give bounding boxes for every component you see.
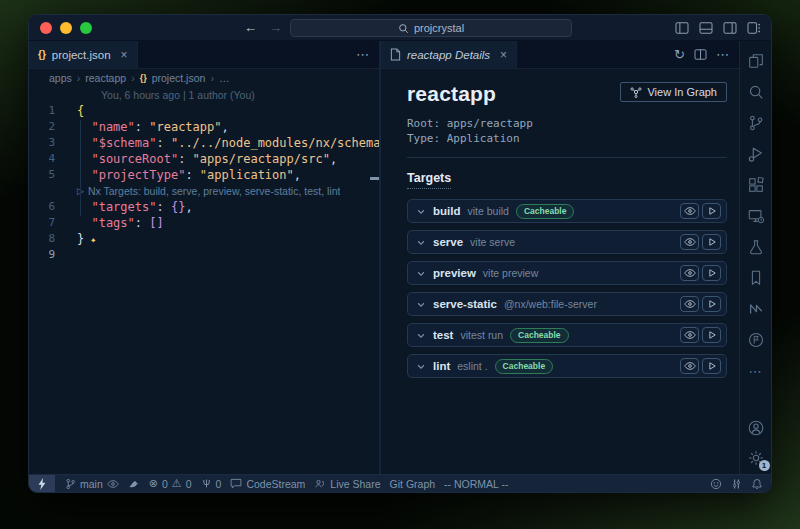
codelens-text[interactable]: Nx Targets: build, serve, preview, serve…: [88, 183, 341, 199]
command-center-search[interactable]: projcrystal: [290, 19, 572, 37]
breadcrumb-item[interactable]: apps: [49, 72, 72, 84]
chevron-down-icon[interactable]: [416, 269, 426, 278]
refresh-icon[interactable]: ↻: [674, 47, 685, 62]
eye-icon: [684, 299, 696, 309]
close-tab-icon[interactable]: ×: [500, 48, 507, 62]
breadcrumb-item[interactable]: project.json: [152, 72, 206, 84]
play-icon: [707, 237, 717, 247]
view-target-button[interactable]: [680, 327, 699, 343]
remote-explorer-icon[interactable]: [746, 206, 766, 226]
chevron-down-icon[interactable]: [416, 300, 426, 309]
chevron-down-icon[interactable]: [416, 331, 426, 340]
code-editor[interactable]: You, 6 hours ago | 1 author (You)1{2 "na…: [29, 87, 379, 474]
line-number: 9: [29, 247, 67, 263]
eye-icon: [684, 237, 696, 247]
tab-project-json[interactable]: {} project.json ×: [29, 41, 138, 68]
feedback-smiley-icon[interactable]: [710, 478, 722, 490]
run-target-button[interactable]: [702, 234, 721, 250]
code-token: :: [135, 216, 149, 230]
vim-mode-indicator[interactable]: -- NORMAL --: [444, 478, 508, 490]
error-icon: ⊗: [149, 477, 158, 490]
run-target-button[interactable]: [702, 296, 721, 312]
run-target-button[interactable]: [702, 358, 721, 374]
test-beaker-icon[interactable]: [746, 237, 766, 257]
target-row[interactable]: serve vite serve: [407, 230, 727, 254]
target-row[interactable]: lint eslint . Cacheable: [407, 354, 727, 378]
target-name: serve-static: [433, 298, 497, 310]
run-debug-icon[interactable]: [746, 144, 766, 164]
split-editor-icon[interactable]: [694, 49, 707, 60]
view-target-button[interactable]: [680, 265, 699, 281]
target-row[interactable]: test vitest run Cacheable: [407, 323, 727, 347]
tab-reactapp-details[interactable]: reactapp Details ×: [381, 41, 517, 68]
maximize-window-button[interactable]: [80, 22, 92, 34]
close-window-button[interactable]: [40, 22, 52, 34]
nx-console-icon[interactable]: [746, 299, 766, 319]
flag-circle-icon[interactable]: [746, 330, 766, 350]
view-target-button[interactable]: [680, 234, 699, 250]
navigate-back-icon[interactable]: ←: [244, 20, 257, 35]
toggle-primary-sidebar-icon[interactable]: [675, 22, 689, 34]
problems-indicator[interactable]: ⊗0 ⚠0: [149, 477, 192, 490]
live-share-item[interactable]: Live Share: [314, 478, 380, 490]
run-target-button[interactable]: [702, 327, 721, 343]
project-root: Root: apps/reactapp: [407, 116, 727, 131]
more-actions-icon[interactable]: ⋯: [716, 47, 729, 62]
code-token: "tags": [77, 216, 135, 230]
view-target-button[interactable]: [680, 358, 699, 374]
breadcrumb-separator: ›: [210, 72, 214, 84]
breadcrumb-item[interactable]: reactapp: [85, 72, 126, 84]
close-tab-icon[interactable]: ×: [121, 48, 128, 62]
source-control-icon[interactable]: [746, 113, 766, 133]
tab-label: reactapp Details: [407, 49, 490, 61]
eye-icon[interactable]: [107, 479, 119, 489]
code-token: ,: [185, 200, 192, 214]
eye-icon: [684, 330, 696, 340]
ports-icon: [201, 478, 212, 489]
breadcrumb-item[interactable]: …: [219, 72, 230, 84]
more-actions-icon[interactable]: ⋯: [356, 47, 369, 62]
minimize-window-button[interactable]: [60, 22, 72, 34]
breadcrumb[interactable]: apps›reactapp›{}project.json›…: [29, 69, 379, 87]
run-target-button[interactable]: [702, 265, 721, 281]
extensions-icon[interactable]: [746, 175, 766, 195]
run-target-button[interactable]: [702, 203, 721, 219]
target-row[interactable]: preview vite preview: [407, 261, 727, 285]
chevron-down-icon[interactable]: [416, 238, 426, 247]
line-number: 8: [29, 231, 67, 247]
line-number: [29, 183, 67, 199]
bell-icon[interactable]: [751, 478, 763, 490]
navigate-forward-icon[interactable]: →: [269, 20, 282, 35]
project-type: Type: Application: [407, 131, 727, 146]
target-name: build: [433, 205, 460, 217]
code-line: 3 "$schema": "../../node_modules/nx/sche…: [29, 135, 379, 151]
branch-indicator[interactable]: main: [65, 478, 119, 490]
customize-layout-icon[interactable]: [747, 22, 761, 34]
view-in-graph-button[interactable]: View In Graph: [620, 82, 727, 102]
share-icon: [314, 478, 326, 489]
target-row[interactable]: build vite build Cacheable: [407, 199, 727, 223]
codestream-item[interactable]: CodeStream: [230, 478, 305, 490]
bookmark-icon[interactable]: [746, 268, 766, 288]
view-target-button[interactable]: [680, 203, 699, 219]
target-row[interactable]: serve-static @nx/web:file-server: [407, 292, 727, 316]
bird-icon[interactable]: [128, 478, 140, 489]
equalizer-icon[interactable]: [731, 478, 742, 490]
toggle-secondary-sidebar-icon[interactable]: [723, 22, 737, 34]
chevron-down-icon[interactable]: [416, 362, 426, 371]
code-token: "apps/reactapp/src": [193, 152, 330, 166]
additional-views-icon[interactable]: ⋯: [746, 361, 766, 381]
git-graph-item[interactable]: Git Graph: [390, 478, 436, 490]
explorer-icon[interactable]: [746, 51, 766, 71]
settings-gear-icon[interactable]: 1: [746, 448, 766, 468]
codelens-row[interactable]: ▷Nx Targets: build, serve, preview, serv…: [29, 183, 379, 199]
remote-indicator[interactable]: [29, 475, 55, 492]
toggle-panel-icon[interactable]: [699, 22, 713, 34]
search-icon[interactable]: [746, 82, 766, 102]
overview-ruler-mark: [370, 177, 379, 180]
editor-group-right: reactapp Details × ↻ ⋯ reactapp View In …: [381, 41, 739, 474]
chevron-down-icon[interactable]: [416, 207, 426, 216]
view-target-button[interactable]: [680, 296, 699, 312]
ports-indicator[interactable]: 0: [201, 478, 222, 490]
account-icon[interactable]: [746, 418, 766, 438]
